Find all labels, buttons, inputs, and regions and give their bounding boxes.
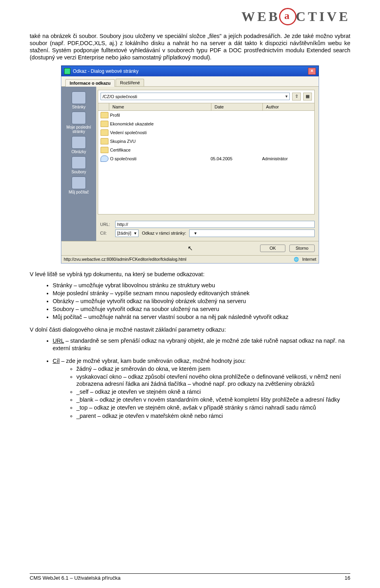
view-icon[interactable]: ▦ — [303, 93, 312, 101]
status-zone: Internet — [302, 257, 316, 262]
page-footer: CMS WebJet 6.1 – Uživatelská příručka 16 — [30, 573, 350, 581]
logo-at-icon — [279, 8, 296, 25]
list-item[interactable]: Ekonomické ukazatele — [98, 119, 314, 128]
list-item: _top – odkaz je otevřen ve stejném okně,… — [76, 404, 350, 411]
cil-sublist: žádný – odkaz je směrován do okna, ve kt… — [76, 365, 350, 419]
list-item[interactable]: O společnosti05.04.2005Administrátor — [98, 154, 314, 163]
col-author[interactable]: Author — [263, 103, 314, 110]
param-list-2: Cíl – zde je možné vybrat, kam bude směr… — [53, 357, 350, 419]
list-item: žádný – odkaz je směrován do okna, ve kt… — [76, 365, 350, 372]
sidebar-item-recent[interactable]: Moje poslední stránky — [62, 112, 95, 134]
target-label: Cíl: — [100, 231, 112, 235]
dialog-sidebar: Stránky Moje poslední stránky Obrázky So… — [61, 87, 96, 241]
intro-paragraph: také na obrázek či soubor. Soubory jsou … — [30, 32, 350, 61]
param-url: URL – standardně se sem přenáší odkaz na… — [53, 337, 350, 351]
list-header: Name Date Author — [98, 103, 314, 111]
url-label: URL: — [100, 222, 112, 227]
sidebar-item-mycomputer[interactable]: Můj počítač — [62, 176, 95, 194]
list-item: Můj počítač – umožňuje nahrát na server … — [53, 313, 350, 321]
col-date[interactable]: Date — [211, 103, 263, 110]
list-item: vyskakovací okno – odkaz způsobí otevřen… — [76, 373, 350, 387]
folder-icon — [101, 121, 108, 127]
col-name[interactable]: Name — [109, 103, 211, 110]
list-item: Soubory – umožňuje vytvořit odkaz na sou… — [53, 305, 350, 313]
param-list: URL – standardně se sem přenáší odkaz na… — [53, 337, 350, 351]
cursor-icon: ↖ — [188, 245, 193, 252]
close-icon[interactable]: × — [308, 68, 316, 75]
list-item[interactable]: Vedení společnosti — [98, 128, 314, 137]
list-item: Moje poslední stránky – vypíše seznam mn… — [53, 290, 350, 297]
footer-left: CMS WebJet 6.1 – Uživatelská příručka — [30, 575, 121, 581]
computer-icon — [72, 176, 86, 189]
url-block: URL: http:// Cíl: [žádný] Odkaz v rámci … — [96, 217, 319, 241]
list-item: _blank – odkaz je otevřen v novém standa… — [76, 396, 350, 403]
list-item[interactable]: Profil — [98, 111, 314, 119]
dialog-app-icon — [64, 68, 70, 74]
tab-link-info[interactable]: Informace o odkazu — [65, 79, 115, 87]
dialog-tabs: Informace o odkazu Rozšířené — [61, 76, 319, 87]
pages-icon — [72, 91, 86, 104]
footer-page-number: 16 — [345, 575, 350, 581]
list-body: ProfilEkonomické ukazateleVedení společn… — [98, 111, 314, 214]
logo-text-right: CTIVE — [296, 9, 350, 24]
ok-button[interactable]: OK — [260, 245, 285, 252]
para-left-bar: V levé liště se vybírá typ dokumentu, na… — [30, 271, 350, 278]
folder-icon — [101, 147, 108, 153]
path-combo[interactable]: /CZ/O společnosti — [101, 93, 290, 100]
internet-zone-icon: 🌐 — [294, 257, 299, 262]
page-icon — [101, 156, 108, 162]
doc-type-list: Stránky – umožňuje vybrat libovolnou str… — [53, 282, 350, 321]
para-bottom: V dolní části dialogového okna je možné … — [30, 326, 350, 333]
dialog-footer: ↖ OK Storno — [61, 241, 319, 255]
list-item: _parent – odkaz je otevřen v mateřském o… — [76, 412, 350, 419]
sidebar-item-files[interactable]: Soubory — [62, 156, 95, 174]
param-cil: Cíl – zde je možné vybrat, kam bude směr… — [53, 357, 350, 419]
list-item[interactable]: Skupina ZVU — [98, 137, 314, 146]
list-item: Obrázky – umožňuje vytvořit odkaz na lib… — [53, 298, 350, 305]
folder-icon — [101, 129, 108, 136]
anchor-label: Odkaz v rámci stránky: — [142, 231, 186, 235]
up-folder-icon[interactable]: ⇧ — [292, 93, 301, 101]
cancel-button[interactable]: Storno — [289, 245, 315, 252]
images-icon — [72, 136, 86, 149]
dialog-title: Odkaz - Dialog webové stránky — [73, 68, 139, 74]
sidebar-item-images[interactable]: Obrázky — [62, 136, 95, 154]
status-bar: http://zvu.webactive.cz:8080/admin/FCKed… — [61, 255, 319, 263]
files-icon — [72, 156, 86, 169]
sidebar-item-pages[interactable]: Stránky — [62, 91, 95, 109]
list-item: _self – odkaz je otevřen ve stejném okně… — [76, 388, 350, 395]
anchor-select[interactable] — [189, 230, 315, 237]
brand-logo: WEB CTIVE — [30, 8, 350, 25]
list-item[interactable]: Certifikace — [98, 146, 314, 154]
status-url: http://zvu.webactive.cz:8080/admin/FCKed… — [64, 257, 186, 262]
recent-icon — [72, 112, 86, 124]
browser-pane: /CZ/O společnosti ⇧ ▦ Name Date Author P… — [98, 90, 315, 214]
url-input[interactable]: http:// — [115, 221, 315, 228]
link-dialog: Odkaz - Dialog webové stránky × Informac… — [61, 65, 319, 264]
logo-text-left: WEB — [241, 9, 280, 24]
tab-advanced[interactable]: Rozšířené — [116, 79, 144, 86]
folder-icon — [101, 112, 108, 118]
list-item: Stránky – umožňuje vybrat libovolnou str… — [53, 282, 350, 289]
folder-icon — [101, 138, 108, 144]
dialog-titlebar: Odkaz - Dialog webové stránky × — [61, 66, 319, 76]
target-select[interactable]: [žádný] — [115, 230, 139, 237]
